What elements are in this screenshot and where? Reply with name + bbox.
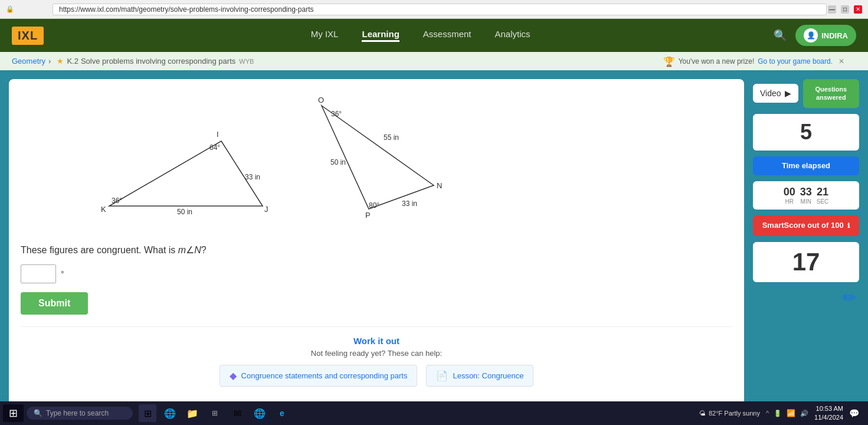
video-button[interactable]: Video ▶ <box>753 84 798 103</box>
avatar: 👤 <box>804 28 818 42</box>
search-icon-taskbar: 🔍 <box>34 409 42 417</box>
angle-P: 80° <box>369 201 379 210</box>
start-button[interactable]: ⊞ <box>3 404 24 422</box>
question-card: K J I 36° 64° 50 in 33 in O N P 36° 80° <box>9 79 744 413</box>
wyb-badge: WYB <box>239 58 254 65</box>
app-header: IXL My IXL Learning Assessment Analytics… <box>0 19 868 52</box>
resource2-label: Lesson: Congruence <box>453 371 523 380</box>
diamond-icon: ◆ <box>230 370 237 381</box>
angle-I: 64° <box>209 143 220 152</box>
clock-date: 11/4/2024 <box>814 413 843 422</box>
taskbar: ⊞ 🔍 Type here to search ⊞ 🌐 📁 ⊞ ✉ 🌐 e 🌤 … <box>0 401 868 425</box>
weather-icon: 🌤 <box>699 410 706 417</box>
timer-hr-value: 00 <box>784 186 795 198</box>
smartscore-button[interactable]: SmartScore out of 100 ℹ <box>753 215 859 236</box>
timer-minutes: 33 MIN <box>800 186 812 205</box>
timer-sec-label: SEC <box>817 198 829 205</box>
prize-notification: 🏆 You've won a new prize! Go to your gam… <box>663 55 844 67</box>
taskbar-icon-files[interactable]: 📁 <box>184 404 201 422</box>
timer-hours: 00 HR <box>784 186 795 205</box>
lock-icon: 🔒 <box>6 5 14 13</box>
smartscore-info-icon: ℹ <box>847 222 850 229</box>
notification-icon[interactable]: 💬 <box>849 408 859 418</box>
answer-input[interactable] <box>21 264 56 283</box>
breadcrumb-subject[interactable]: Geometry <box>12 57 45 66</box>
weather-text: 82°F Partly sunny <box>709 410 760 417</box>
label-P: P <box>365 211 371 220</box>
prize-link[interactable]: Go to your game board. <box>758 57 833 66</box>
close-button[interactable]: ✕ <box>854 5 862 14</box>
svg-marker-1 <box>322 106 434 209</box>
degree-symbol: ° <box>61 269 64 279</box>
taskbar-icon-mail[interactable]: ✉ <box>228 404 246 422</box>
skill-code: K.2 <box>67 57 78 66</box>
resource1-label: Congruence statements and corresponding … <box>241 371 408 380</box>
label-N: N <box>437 181 442 190</box>
taskbar-icon-grid[interactable]: ⊞ <box>139 404 156 422</box>
smartscore-value: 17 <box>753 242 859 282</box>
main-nav: My IXL Learning Assessment Analytics <box>67 29 774 42</box>
username: INDIRA <box>821 31 848 40</box>
search-icon[interactable]: 🔍 <box>774 29 787 42</box>
ixl-logo[interactable]: IXL <box>12 27 44 45</box>
clock-time: 10:53 AM <box>814 404 843 413</box>
url-bar[interactable]: https://www.ixl.com/math/geometry/solve-… <box>53 4 827 15</box>
side-IJ: 33 in <box>245 173 260 181</box>
taskbar-icon-browser2[interactable]: 🌐 <box>251 404 268 422</box>
right-sidebar: Video ▶ Questions answered 5 Time elapse… <box>753 79 859 413</box>
geometry-diagram: K J I 36° 64° 50 in 33 in O N P 36° 80° <box>50 91 522 227</box>
prize-text: You've won a new prize! <box>679 57 755 66</box>
time-elapsed-button[interactable]: Time elapsed <box>753 156 859 176</box>
resource-link-lesson[interactable]: 📄 Lesson: Congruence <box>426 365 533 387</box>
label-I: I <box>217 130 219 139</box>
lesson-icon: 📄 <box>436 370 448 381</box>
work-it-out-subtitle: Not feeling ready yet? These can help: <box>21 349 732 358</box>
questions-answered-button[interactable]: Questions answered <box>803 79 859 108</box>
breadcrumb: Geometry › ★ K.2 Solve problems involvin… <box>0 52 868 70</box>
taskbar-icon-browser1[interactable]: 🌐 <box>161 404 179 422</box>
questions-score: 5 <box>753 114 859 151</box>
taskbar-icon-apps[interactable]: ⊞ <box>206 404 224 422</box>
resource-link-congruence[interactable]: ◆ Congruence statements and correspondin… <box>220 365 418 387</box>
submit-button[interactable]: Submit <box>21 292 88 315</box>
work-it-out: Work it out Not feeling ready yet? These… <box>21 326 732 387</box>
smartscore-label: SmartScore out of 100 <box>762 221 844 230</box>
play-icon: ▶ <box>785 89 791 98</box>
side-KJ: 50 in <box>177 208 192 216</box>
video-label: Video <box>760 89 781 98</box>
nav-assessment[interactable]: Assessment <box>423 29 471 42</box>
breadcrumb-star: ★ <box>57 57 64 66</box>
work-it-out-title: Work it out <box>21 336 732 346</box>
search-placeholder: Type here to search <box>46 409 109 417</box>
minimize-button[interactable]: — <box>828 5 836 14</box>
tray-battery: 🔋 <box>774 410 782 417</box>
side-PN: 33 in <box>402 200 417 208</box>
nav-analytics[interactable]: Analytics <box>495 29 530 42</box>
timer-hr-label: HR <box>784 198 795 205</box>
question-text: These figures are congruent. What is m∠N… <box>21 244 732 256</box>
side-OP: 50 in <box>330 158 346 166</box>
maximize-button[interactable]: □ <box>841 5 849 14</box>
label-J: J <box>264 205 268 214</box>
prize-close-button[interactable]: ✕ <box>838 57 844 66</box>
user-menu[interactable]: 👤 INDIRA <box>795 25 856 46</box>
nav-learning[interactable]: Learning <box>362 29 399 42</box>
tray-expand[interactable]: ^ <box>766 410 769 417</box>
nav-my-ixl[interactable]: My IXL <box>311 29 339 42</box>
label-K: K <box>101 205 106 214</box>
skill-name: Solve problems involving corresponding p… <box>81 57 235 66</box>
angle-O: 36° <box>331 110 342 118</box>
taskbar-icon-edge[interactable]: e <box>273 404 291 422</box>
clock-display: 10:53 AM 11/4/2024 <box>814 404 843 423</box>
diagram-area: K J I 36° 64° 50 in 33 in O N P 36° 80° <box>21 91 732 233</box>
pencil-icon[interactable]: ✏ <box>753 288 859 308</box>
answer-row: ° <box>21 264 732 283</box>
questions-answered-label: Questions answered <box>809 85 853 102</box>
timer-min-label: MIN <box>800 198 812 205</box>
taskbar-right: 🌤 82°F Partly sunny ^ 🔋 📶 🔊 10:53 AM 11/… <box>699 404 865 423</box>
breadcrumb-separator: › <box>48 57 51 66</box>
tray-network: 📶 <box>787 409 795 417</box>
header-right: 🔍 👤 INDIRA <box>774 25 856 46</box>
angle-K: 36° <box>112 197 122 205</box>
taskbar-search[interactable]: 🔍 Type here to search <box>27 407 133 420</box>
